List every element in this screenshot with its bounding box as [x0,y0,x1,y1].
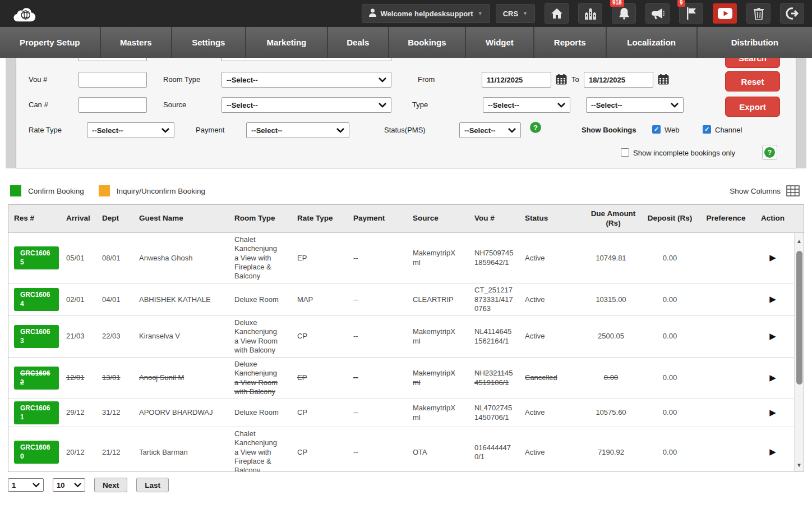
table-row: GRC1606505/0108/01Anwesha GhoshChalet Ka… [8,233,804,283]
notifications-icon[interactable]: 918 [612,3,636,24]
nav-masters[interactable]: Masters [101,27,172,58]
payment-select[interactable]: --Select-- [246,122,349,138]
vou-input[interactable] [79,72,147,88]
res-badge[interactable]: GRC16063 [14,325,59,348]
inquiry-booking-label: Inquiry/Unconfirm Booking [117,187,205,195]
rate-cell: EP [297,254,307,262]
deposit-cell: 0.00 [663,332,677,340]
table-scrollbar[interactable]: ▲ ▼ [794,233,804,472]
rate-type-select[interactable]: --Select-- [87,122,174,138]
trash-icon[interactable] [746,3,771,24]
property-icon[interactable] [578,3,602,24]
action-expand-icon[interactable]: ▶ [769,373,776,382]
logout-icon[interactable] [780,3,804,24]
show-columns-label: Show Columns [730,187,781,195]
column-header: Status [525,214,581,223]
action-expand-icon[interactable]: ▶ [769,447,776,456]
arrival-cell: 21/03 [66,332,85,340]
reset-button[interactable]: Reset [725,71,780,91]
status-cell: Cancelled [525,373,557,382]
page-select[interactable]: 1 [8,478,44,492]
due-cell: 0.00 [604,373,618,382]
dept-cell: 21/12 [102,448,121,456]
res-badge[interactable]: GRC16061 [14,401,59,424]
column-header: Guest Name [139,214,234,223]
action-expand-icon[interactable]: ▶ [769,408,776,417]
column-header: Due Amount (Rs) [581,209,645,228]
help-icon: ? [764,147,775,158]
help-button[interactable]: ? [762,145,777,160]
youtube-icon[interactable] [713,3,737,24]
export-button[interactable]: Export [725,97,780,117]
vou-cell: NL41146451562164/1 [474,327,511,345]
nav-marketing[interactable]: Marketing [246,27,328,58]
nav-localization[interactable]: Localization [607,27,698,58]
nav-reports[interactable]: Reports [534,27,607,58]
incomplete-checkbox[interactable] [621,148,629,157]
crs-label: CRS [503,10,518,18]
res-badge[interactable]: GRC16065 [14,246,59,269]
calendar-icon[interactable] [658,74,669,85]
search-button[interactable]: Search [725,58,780,68]
payment-cell: -- [353,254,358,262]
action-expand-icon[interactable]: ▶ [769,331,776,341]
channel-checkbox[interactable]: ✓ [703,125,711,134]
action-expand-icon[interactable]: ▶ [769,253,776,262]
show-bookings-label: Show Bookings [582,126,636,134]
inquiry-booking-swatch [99,185,110,196]
chevron-down-icon: ▼ [478,11,483,16]
can-input[interactable] [79,97,147,113]
calendar-icon[interactable] [556,74,567,85]
payment-cell: -- [353,332,358,340]
app-logo-icon [13,5,36,22]
scroll-up-icon[interactable]: ▲ [795,236,804,246]
room-cell: Chalet Kanchenjunga View with Fireplace … [234,235,277,280]
help-icon[interactable]: ? [530,122,541,133]
res-badge[interactable]: GRC16062 [14,367,59,390]
home-icon[interactable] [545,3,569,24]
legend-bar: Confirm Booking Inquiry/Unconfirm Bookin… [0,168,812,203]
notification-badge: 918 [610,0,624,7]
last-button[interactable]: Last [136,478,169,492]
show-columns-icon[interactable] [786,185,800,196]
clipped-input[interactable] [79,58,147,61]
announcements-icon[interactable] [645,3,670,24]
from-date-input[interactable]: 11/12/2025 [482,72,551,88]
status-pms-select[interactable]: --Select-- [459,122,521,138]
res-badge[interactable]: GRC16060 [14,441,59,464]
nav-widget[interactable]: Widget [466,27,534,58]
welcome-user-menu[interactable]: Welcome helpdesksupport ▼ [362,4,490,23]
room-cell: Deluxe Kanchenjunga View Room with Balco… [234,360,278,396]
action-expand-icon[interactable]: ▶ [769,294,776,304]
clipped-select[interactable] [222,58,391,61]
due-cell: 10749.81 [596,254,626,262]
source-select[interactable]: --Select-- [222,97,391,113]
nav-settings[interactable]: Settings [172,27,246,58]
next-button[interactable]: Next [94,478,127,492]
main-nav: Property SetupMastersSettingsMarketingDe… [0,27,812,58]
source-cell: MakemytripXml [413,327,455,345]
to-date-input[interactable]: 18/12/2025 [584,72,653,88]
payment-cell: -- [353,295,358,304]
scroll-down-icon[interactable]: ▼ [795,460,804,470]
rate-cell: CP [297,408,307,417]
nav-property-setup[interactable]: Property Setup [0,27,101,58]
page-size-select[interactable]: 10 [53,478,85,492]
room-type-select[interactable]: --Select-- [222,72,391,88]
res-badge[interactable]: GRC16064 [14,288,59,311]
scrollbar-thumb[interactable] [796,251,802,385]
nav-deals[interactable]: Deals [328,27,389,58]
nav-bookings[interactable]: Bookings [389,27,467,58]
crs-menu[interactable]: CRS ▼ [496,4,535,23]
type-select-2[interactable]: --Select-- [586,97,684,113]
rate-cell: CP [297,332,307,340]
rate-type-label: Rate Type [29,126,62,134]
column-header: Preference [699,214,758,223]
source-label: Source [163,100,186,109]
nav-distribution[interactable]: Distribution [698,27,812,58]
web-checkbox[interactable]: ✓ [652,125,661,134]
due-cell: 2500.05 [598,332,624,340]
type-select[interactable]: --Select-- [483,97,570,113]
web-label: Web [665,126,680,134]
flag-icon[interactable]: 9 [679,3,703,24]
